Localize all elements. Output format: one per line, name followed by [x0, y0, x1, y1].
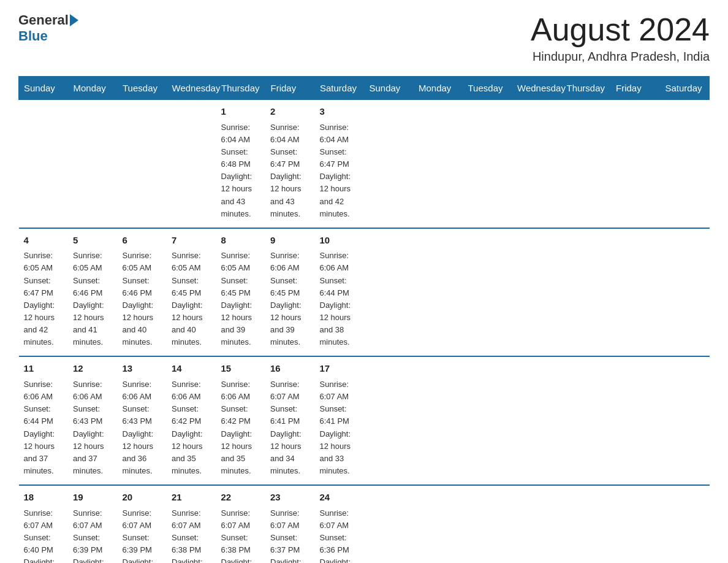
day-number: 5: [73, 234, 113, 248]
header-thursday: Thursday: [216, 77, 266, 100]
header-tuesday: Tuesday: [118, 77, 167, 100]
day-number: 22: [221, 491, 261, 505]
day-info: Sunrise: 6:05 AM Sunset: 6:46 PM Dayligh…: [123, 251, 154, 347]
header-thursday: Thursday: [561, 77, 611, 100]
calendar-cell: 18Sunrise: 6:07 AM Sunset: 6:40 PM Dayli…: [19, 485, 69, 563]
calendar-cell: 7Sunrise: 6:05 AM Sunset: 6:45 PM Daylig…: [167, 228, 216, 357]
header-tuesday: Tuesday: [463, 77, 512, 100]
calendar-cell: [167, 100, 216, 228]
day-number: 13: [123, 362, 162, 376]
calendar-table: SundayMondayTuesdayWednesdayThursdayFrid…: [18, 76, 710, 563]
day-info: Sunrise: 6:07 AM Sunset: 6:40 PM Dayligh…: [24, 508, 55, 563]
day-info: Sunrise: 6:07 AM Sunset: 6:37 PM Dayligh…: [270, 508, 301, 563]
calendar-cell: 22Sunrise: 6:07 AM Sunset: 6:38 PM Dayli…: [216, 485, 266, 563]
day-info: Sunrise: 6:07 AM Sunset: 6:39 PM Dayligh…: [73, 508, 104, 563]
header-sunday: Sunday: [364, 77, 414, 100]
calendar-cell: 17Sunrise: 6:07 AM Sunset: 6:41 PM Dayli…: [315, 356, 365, 485]
day-number: 14: [172, 362, 211, 376]
header-friday: Friday: [611, 77, 661, 100]
header-friday: Friday: [265, 77, 315, 100]
calendar-cell: 16Sunrise: 6:07 AM Sunset: 6:41 PM Dayli…: [265, 356, 315, 485]
calendar-cell: 23Sunrise: 6:07 AM Sunset: 6:37 PM Dayli…: [265, 485, 315, 563]
day-number: 1: [221, 105, 261, 119]
day-number: 6: [123, 234, 162, 248]
calendar-week-3: 11Sunrise: 6:06 AM Sunset: 6:44 PM Dayli…: [19, 356, 710, 485]
calendar-cell: 20Sunrise: 6:07 AM Sunset: 6:39 PM Dayli…: [118, 485, 167, 563]
day-number: 2: [270, 105, 310, 119]
calendar-cell: 10Sunrise: 6:06 AM Sunset: 6:44 PM Dayli…: [315, 228, 365, 357]
day-number: 19: [73, 491, 113, 505]
day-info: Sunrise: 6:06 AM Sunset: 6:44 PM Dayligh…: [320, 251, 351, 347]
calendar-cell: 21Sunrise: 6:07 AM Sunset: 6:38 PM Dayli…: [167, 485, 216, 563]
day-info: Sunrise: 6:05 AM Sunset: 6:47 PM Dayligh…: [24, 251, 55, 347]
title-section: August 2024 Hindupur, Andhra Pradesh, In…: [531, 12, 710, 64]
day-info: Sunrise: 6:05 AM Sunset: 6:45 PM Dayligh…: [221, 251, 252, 347]
calendar-cell: 5Sunrise: 6:05 AM Sunset: 6:46 PM Daylig…: [68, 228, 118, 357]
day-info: Sunrise: 6:07 AM Sunset: 6:39 PM Dayligh…: [123, 508, 154, 563]
day-info: Sunrise: 6:07 AM Sunset: 6:36 PM Dayligh…: [320, 508, 351, 563]
calendar-cell: 14Sunrise: 6:06 AM Sunset: 6:42 PM Dayli…: [167, 356, 216, 485]
calendar-cell: 13Sunrise: 6:06 AM Sunset: 6:43 PM Dayli…: [118, 356, 167, 485]
page-header: General Blue August 2024 Hindupur, Andhr…: [18, 12, 710, 64]
day-number: 7: [172, 234, 211, 248]
day-number: 18: [24, 491, 64, 505]
calendar-cell: 1Sunrise: 6:04 AM Sunset: 6:48 PM Daylig…: [216, 100, 266, 228]
day-info: Sunrise: 6:06 AM Sunset: 6:43 PM Dayligh…: [123, 380, 154, 475]
day-info: Sunrise: 6:04 AM Sunset: 6:47 PM Dayligh…: [320, 123, 351, 218]
day-number: 4: [24, 234, 64, 248]
day-number: 23: [270, 491, 310, 505]
header-wednesday: Wednesday: [167, 77, 216, 100]
calendar-week-2: 4Sunrise: 6:05 AM Sunset: 6:47 PM Daylig…: [19, 228, 710, 357]
logo-arrow-icon: [70, 14, 78, 26]
logo-blue-text: Blue: [18, 28, 48, 44]
day-number: 17: [320, 362, 360, 376]
logo-general-text: General: [18, 12, 69, 28]
calendar-cell: 8Sunrise: 6:05 AM Sunset: 6:45 PM Daylig…: [216, 228, 266, 357]
day-number: 15: [221, 362, 261, 376]
calendar-subtitle: Hindupur, Andhra Pradesh, India: [531, 50, 710, 64]
day-number: 21: [172, 491, 211, 505]
calendar-title: August 2024: [531, 12, 710, 47]
calendar-cell: 15Sunrise: 6:06 AM Sunset: 6:42 PM Dayli…: [216, 356, 266, 485]
day-number: 24: [320, 491, 360, 505]
header-wednesday: Wednesday: [512, 77, 562, 100]
day-number: 9: [270, 234, 310, 248]
calendar-header-row: SundayMondayTuesdayWednesdayThursdayFrid…: [19, 77, 710, 100]
calendar-cell: [19, 100, 69, 228]
day-info: Sunrise: 6:07 AM Sunset: 6:38 PM Dayligh…: [221, 508, 252, 563]
header-monday: Monday: [68, 77, 118, 100]
calendar-cell: 11Sunrise: 6:06 AM Sunset: 6:44 PM Dayli…: [19, 356, 69, 485]
calendar-cell: 3Sunrise: 6:04 AM Sunset: 6:47 PM Daylig…: [315, 100, 365, 228]
calendar-cell: 6Sunrise: 6:05 AM Sunset: 6:46 PM Daylig…: [118, 228, 167, 357]
day-info: Sunrise: 6:04 AM Sunset: 6:48 PM Dayligh…: [221, 123, 252, 218]
calendar-week-1: 1Sunrise: 6:04 AM Sunset: 6:48 PM Daylig…: [19, 100, 710, 228]
calendar-cell: 24Sunrise: 6:07 AM Sunset: 6:36 PM Dayli…: [315, 485, 365, 563]
calendar-cell: 9Sunrise: 6:06 AM Sunset: 6:45 PM Daylig…: [265, 228, 315, 357]
day-number: 10: [320, 234, 360, 248]
day-info: Sunrise: 6:07 AM Sunset: 6:38 PM Dayligh…: [172, 508, 203, 563]
day-info: Sunrise: 6:07 AM Sunset: 6:41 PM Dayligh…: [320, 380, 351, 475]
day-number: 12: [73, 362, 113, 376]
day-number: 16: [270, 362, 310, 376]
header-saturday: Saturday: [315, 77, 365, 100]
logo: General Blue: [18, 12, 80, 44]
day-number: 11: [24, 362, 64, 376]
header-saturday: Saturday: [660, 77, 710, 100]
day-info: Sunrise: 6:05 AM Sunset: 6:45 PM Dayligh…: [172, 251, 203, 347]
day-info: Sunrise: 6:06 AM Sunset: 6:43 PM Dayligh…: [73, 380, 104, 475]
day-info: Sunrise: 6:06 AM Sunset: 6:42 PM Dayligh…: [221, 380, 252, 475]
calendar-cell: [68, 100, 118, 228]
header-monday: Monday: [414, 77, 463, 100]
calendar-cell: 12Sunrise: 6:06 AM Sunset: 6:43 PM Dayli…: [68, 356, 118, 485]
calendar-cell: [118, 100, 167, 228]
day-info: Sunrise: 6:04 AM Sunset: 6:47 PM Dayligh…: [270, 123, 301, 218]
day-info: Sunrise: 6:06 AM Sunset: 6:44 PM Dayligh…: [24, 380, 55, 475]
day-info: Sunrise: 6:07 AM Sunset: 6:41 PM Dayligh…: [270, 380, 301, 475]
day-number: 8: [221, 234, 261, 248]
calendar-cell: 2Sunrise: 6:04 AM Sunset: 6:47 PM Daylig…: [265, 100, 315, 228]
day-number: 20: [123, 491, 162, 505]
calendar-cell: 4Sunrise: 6:05 AM Sunset: 6:47 PM Daylig…: [19, 228, 69, 357]
header-sunday: Sunday: [19, 77, 69, 100]
day-info: Sunrise: 6:05 AM Sunset: 6:46 PM Dayligh…: [73, 251, 104, 347]
calendar-week-4: 18Sunrise: 6:07 AM Sunset: 6:40 PM Dayli…: [19, 485, 710, 563]
